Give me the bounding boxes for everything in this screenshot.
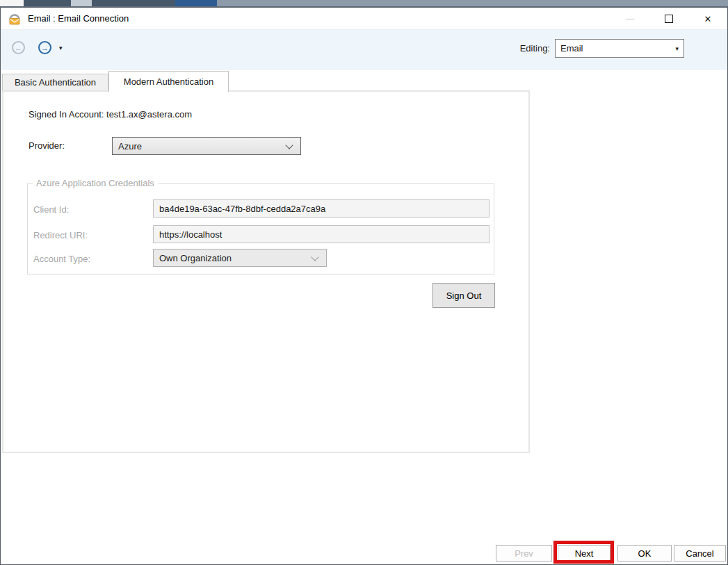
editing-combobox-value: Email [560,43,583,54]
chevron-down-icon: ▾ [675,45,679,52]
title-bar: Email : Email Connection — ✕ [1,8,727,30]
background-segment [24,0,71,6]
sign-out-button[interactable]: Sign Out [432,283,495,308]
minimize-icon: — [610,8,649,30]
chevron-down-icon [311,253,318,261]
client-id-label: Client Id: [33,204,69,215]
screen: Email : Email Connection — ✕ ← → ▾ Editi… [0,0,728,565]
window-title: Email : Email Connection [28,13,129,24]
maximize-icon[interactable] [649,8,688,30]
tab-basic-authentication[interactable]: Basic Authentication [2,74,108,90]
account-type-label: Account Type: [33,254,90,264]
email-app-icon [8,12,22,26]
signed-in-value: test1.ax@astera.com [106,109,192,120]
close-icon[interactable]: ✕ [688,8,727,30]
provider-label: Provider: [29,140,65,151]
prev-button: Prev [496,545,552,562]
signed-in-label: Signed In Account: [29,109,106,120]
background-segment [71,0,92,6]
cancel-button[interactable]: Cancel [674,545,726,562]
azure-credentials-groupbox: Azure Application Credentials Client Id:… [27,183,494,275]
redirect-uri-value: https://localhost [159,229,222,240]
provider-combobox-value: Azure [118,141,142,152]
redirect-uri-field: https://localhost [153,225,490,243]
tab-modern-authentication[interactable]: Modern Authentication [108,71,229,92]
client-id-value: ba4de19a-63ac-47fb-8dbf-cedda2a7ca9a [159,204,325,214]
account-type-value: Own Organization [159,253,232,263]
window-controls: — ✕ [610,8,727,30]
chevron-down-icon [285,141,293,149]
background-segment [0,0,24,6]
tab-label: Modern Authentication [124,76,213,87]
editing-group: Editing: Email ▾ [520,39,684,58]
background-segment [92,0,175,6]
forward-nav-icon[interactable]: → [38,41,51,54]
redirect-uri-label: Redirect URI: [33,230,88,240]
toolbar: ← → ▾ Editing: Email ▾ [1,30,727,70]
forward-dropdown-caret-icon[interactable]: ▾ [59,44,63,51]
background-segment [175,0,217,6]
signed-in-account-row: Signed In Account: test1.ax@astera.com [29,109,192,120]
back-nav-icon: ← [12,41,25,54]
groupbox-title: Azure Application Credentials [33,178,158,188]
background-window-sliver [0,0,728,7]
next-button[interactable]: Next [558,545,610,562]
editing-combobox[interactable]: Email ▾ [555,39,684,58]
account-type-combobox: Own Organization [153,249,327,267]
email-connection-dialog: Email : Email Connection — ✕ ← → ▾ Editi… [0,7,728,565]
ok-button[interactable]: OK [617,545,672,562]
tab-label: Basic Authentication [15,77,96,88]
client-id-field: ba4de19a-63ac-47fb-8dbf-cedda2a7ca9a [153,199,490,218]
provider-combobox[interactable]: Azure [112,137,301,155]
editing-label: Editing: [520,43,550,54]
